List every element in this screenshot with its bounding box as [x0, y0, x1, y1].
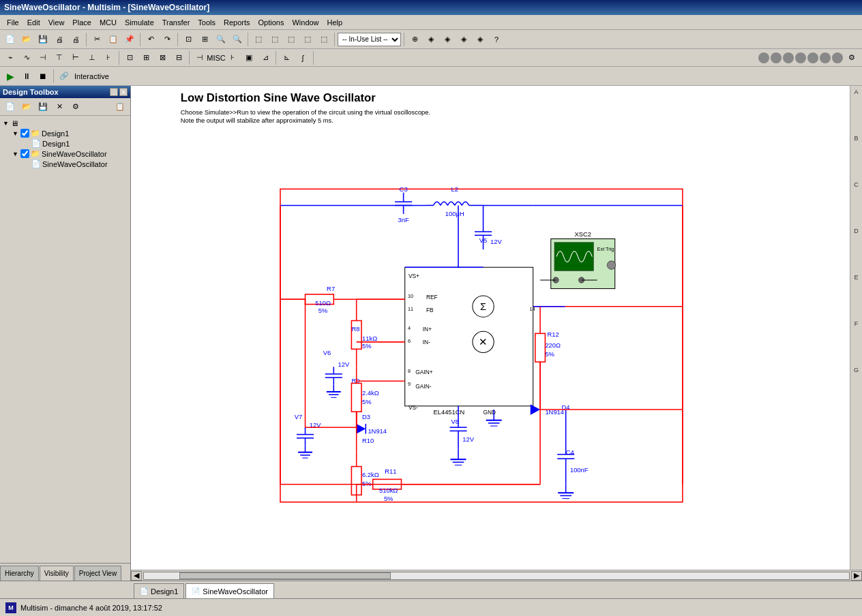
btn-misc5[interactable]: ? [489, 32, 504, 47]
btn-t5[interactable]: ⬚ [316, 32, 331, 47]
btn-c3[interactable]: ⊣ [35, 50, 50, 65]
tab-design1[interactable]: 📄 Design1 [134, 583, 184, 598]
btn-c9[interactable]: ⊞ [138, 50, 153, 65]
tree-root-designs[interactable]: ▼ 🖥 [1, 119, 129, 128]
btn-pause[interactable]: ⏸ [19, 69, 34, 84]
menu-transfer[interactable]: Transfer [158, 17, 194, 28]
toolbox-btn-settings[interactable]: ⚙ [68, 99, 83, 114]
scroll-left-btn[interactable]: ◀ [131, 571, 142, 581]
btn-new[interactable]: 📄 [3, 32, 18, 47]
btn-c10[interactable]: ⊠ [155, 50, 170, 65]
btn-c1[interactable]: ⌁ [3, 50, 18, 65]
tab-hierarchy[interactable]: Hierarchy [0, 566, 39, 581]
scroll-right-btn[interactable]: ▶ [851, 571, 862, 581]
menu-simulate[interactable]: Simulate [121, 17, 158, 28]
sep2 [140, 33, 140, 46]
menu-reports[interactable]: Reports [220, 17, 254, 28]
btn-c4[interactable]: ⊤ [52, 50, 67, 65]
toolbox-close[interactable]: × [119, 88, 128, 96]
btn-open[interactable]: 📂 [19, 32, 34, 47]
btn-misc2[interactable]: ◈ [440, 32, 455, 47]
btn-misc1[interactable]: ◈ [423, 32, 439, 47]
btn-c7[interactable]: ⊦ [101, 50, 116, 65]
menu-help[interactable]: Help [323, 17, 347, 28]
btn-t2[interactable]: ⬚ [267, 32, 282, 47]
btn-sim-indicator6[interactable] [820, 52, 831, 63]
btn-paste[interactable]: 📌 [122, 32, 137, 47]
canvas-area[interactable]: Low Distortion Sine Wave Oscillator Choo… [131, 86, 850, 570]
btn-copy[interactable]: 📋 [106, 32, 121, 47]
btn-zoom-area[interactable]: ⊞ [197, 32, 212, 47]
btn-c17[interactable]: ⊾ [279, 50, 294, 65]
menu-tools[interactable]: Tools [194, 17, 220, 28]
menu-window[interactable]: Window [288, 17, 323, 28]
ruler-e: E [854, 271, 858, 283]
btn-c12[interactable]: ⊣ [192, 50, 207, 65]
btn-c5[interactable]: ⊢ [68, 50, 83, 65]
btn-undo[interactable]: ↶ [143, 32, 158, 47]
toolbox-btn-help[interactable]: 📋 [113, 99, 128, 114]
btn-zoom-fit[interactable]: ⊡ [181, 32, 196, 47]
tree-checkbox-design1[interactable] [20, 129, 29, 138]
menu-mcu[interactable]: MCU [95, 17, 121, 28]
btn-zoom-out[interactable]: 🔍 [230, 32, 245, 47]
sep-c2 [189, 51, 190, 65]
btn-sim-indicator7[interactable] [832, 52, 843, 63]
btn-c8[interactable]: ⊡ [122, 50, 137, 65]
btn-component-db[interactable]: ⊕ [407, 32, 422, 47]
schematic-svg: Low Distortion Sine Wave Oscillator Choo… [131, 86, 850, 570]
menu-view[interactable]: View [44, 17, 69, 28]
btn-print[interactable]: 🖨 [52, 32, 67, 47]
btn-interactive-icon[interactable]: 🔗 [57, 69, 72, 84]
btn-sim-indicator3[interactable] [783, 52, 794, 63]
btn-save[interactable]: 💾 [35, 32, 50, 47]
tree-sinewave-schematic[interactable]: 📄 SineWaveOscillator [1, 159, 129, 169]
btn-t4[interactable]: ⬚ [300, 32, 315, 47]
btn-cut[interactable]: ✂ [89, 32, 104, 47]
btn-sim-indicator1[interactable] [758, 52, 769, 63]
btn-c11[interactable]: ⊟ [171, 50, 186, 65]
menu-options[interactable]: Options [254, 17, 288, 28]
btn-c6[interactable]: ⊥ [85, 50, 100, 65]
btn-c2[interactable]: ∿ [19, 50, 34, 65]
tab-sinewaveoscillator[interactable]: 📄 SineWaveOscillator [185, 583, 274, 598]
btn-c13[interactable]: MISC [209, 50, 224, 65]
tree-sinewave-parent[interactable]: ▼ 📁 SineWaveOscillator [1, 149, 129, 159]
toolbox-toolbar: 📄 📂 💾 ✕ ⚙ 📋 [0, 98, 130, 116]
btn-c14[interactable]: ⊦ [225, 50, 240, 65]
toolbox-btn-save[interactable]: 💾 [35, 99, 50, 114]
btn-sim-indicator2[interactable] [771, 52, 782, 63]
tree-design1-schematic[interactable]: 📄 Design1 [1, 138, 129, 149]
btn-c18[interactable]: ∫ [295, 50, 310, 65]
btn-c15[interactable]: ▣ [241, 50, 256, 65]
tab-project-view[interactable]: Project View [74, 566, 121, 581]
toolbox-minimize[interactable]: _ [110, 88, 118, 96]
btn-sim-indicator4[interactable] [795, 52, 806, 63]
btn-stop[interactable]: ⏹ [35, 69, 50, 84]
menu-place[interactable]: Place [68, 17, 95, 28]
h-scroll-track[interactable] [143, 572, 850, 580]
menu-file[interactable]: File [3, 17, 23, 28]
tree-design1-parent[interactable]: ▼ 📁 Design1 [1, 128, 129, 138]
toolbox-btn-close[interactable]: ✕ [52, 99, 67, 114]
sep-c4 [313, 51, 314, 65]
btn-t3[interactable]: ⬚ [284, 32, 299, 47]
btn-redo[interactable]: ↷ [160, 32, 175, 47]
svg-text:11: 11 [408, 306, 413, 312]
btn-sim-indicator5[interactable] [807, 52, 818, 63]
in-use-list[interactable]: -- In-Use List -- [338, 33, 401, 46]
tab-visibility[interactable]: Visibility [40, 566, 74, 581]
btn-print-preview[interactable]: 🖨 [68, 32, 83, 47]
h-scroll-thumb[interactable] [179, 572, 391, 579]
toolbox-btn-open[interactable]: 📂 [19, 99, 34, 114]
btn-sim-settings[interactable]: ⚙ [844, 50, 859, 65]
tree-checkbox-sinewave[interactable] [20, 149, 29, 158]
btn-run[interactable]: ▶ [3, 69, 18, 84]
btn-t1[interactable]: ⬚ [251, 32, 266, 47]
btn-zoom-in[interactable]: 🔍 [213, 32, 228, 47]
toolbox-btn-new[interactable]: 📄 [3, 99, 18, 114]
btn-misc4[interactable]: ◈ [473, 32, 488, 47]
menu-edit[interactable]: Edit [23, 17, 44, 28]
btn-c16[interactable]: ⊿ [258, 50, 273, 65]
btn-misc3[interactable]: ◈ [456, 32, 471, 47]
